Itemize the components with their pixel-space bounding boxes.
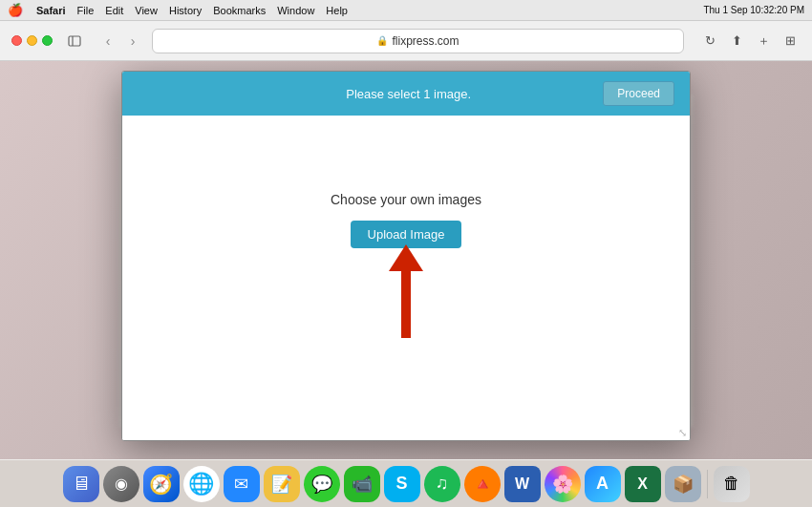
menu-bookmarks[interactable]: Bookmarks	[213, 5, 266, 16]
arrow-shaft	[401, 271, 411, 338]
dock-item-finder[interactable]: 🖥	[63, 466, 99, 502]
browser-right-controls: ↻ ⬆ ＋ ⊞	[699, 31, 801, 52]
menu-history[interactable]: History	[169, 5, 202, 16]
modal-header: Please select 1 image. Proceed	[122, 72, 690, 116]
main-content: Please select 1 image. Proceed Choose yo…	[0, 61, 812, 459]
minimize-button[interactable]	[27, 35, 37, 46]
browser-chrome: ‹ › 🔒 flixpress.com ↻ ⬆ ＋ ⊞	[0, 21, 812, 61]
dock-item-appstore[interactable]: A	[585, 466, 621, 502]
menu-edit[interactable]: Edit	[105, 5, 123, 16]
dock-item-trash[interactable]: 🗑	[714, 466, 750, 502]
show-tabs-button[interactable]: ⊞	[780, 31, 801, 52]
url-text: flixpress.com	[392, 34, 459, 48]
arrow-head	[389, 244, 423, 271]
dock-item-photos[interactable]: 🌸	[545, 466, 581, 502]
dock-item-excel[interactable]: X	[625, 466, 661, 502]
dock-item-vlc[interactable]: 🔺	[464, 466, 501, 502]
dock: 🖥 ◉ 🧭 🌐 ✉ 📝 💬 📹 S ♫ 🔺 W 🌸 A X 📦 🗑	[0, 459, 812, 507]
sidebar-toggle-button[interactable]	[64, 31, 85, 52]
forward-button[interactable]: ›	[121, 30, 144, 53]
menu-file[interactable]: File	[77, 5, 95, 16]
dock-separator	[707, 470, 708, 498]
dock-item-spotify[interactable]: ♫	[424, 466, 460, 502]
modal-body: Choose your own images Upload Image ⤡	[122, 116, 690, 440]
lock-icon: 🔒	[376, 35, 388, 46]
dock-item-facetime[interactable]: 📹	[344, 466, 380, 502]
new-tab-button[interactable]: ＋	[753, 31, 774, 52]
back-button[interactable]: ‹	[96, 30, 119, 53]
menubar-right: Thu 1 Sep 10:32:20 PM	[703, 5, 804, 15]
menu-help[interactable]: Help	[326, 5, 348, 16]
apple-menu[interactable]: 🍎	[8, 3, 23, 17]
share-button[interactable]: ⬆	[726, 31, 747, 52]
dock-item-skype[interactable]: S	[384, 466, 420, 502]
maximize-button[interactable]	[42, 35, 53, 46]
proceed-button[interactable]: Proceed	[603, 81, 674, 106]
close-button[interactable]	[11, 35, 22, 46]
menu-bar: 🍎 Safari File Edit View History Bookmark…	[0, 0, 812, 21]
menu-safari[interactable]: Safari	[36, 5, 66, 16]
menubar-datetime: Thu 1 Sep 10:32:20 PM	[703, 5, 804, 15]
traffic-lights	[11, 35, 53, 46]
menu-window[interactable]: Window	[277, 5, 314, 16]
nav-buttons: ‹ ›	[96, 30, 144, 53]
modal-title: Please select 1 image.	[214, 87, 603, 101]
modal-overlay: Please select 1 image. Proceed Choose yo…	[0, 61, 812, 459]
dock-item-chrome[interactable]: 🌐	[183, 466, 220, 502]
svg-rect-0	[69, 36, 80, 46]
choose-label: Choose your own images	[331, 192, 481, 207]
dock-item-notes[interactable]: 📝	[264, 466, 300, 502]
modal-dialog: Please select 1 image. Proceed Choose yo…	[121, 71, 691, 441]
menu-items: Safari File Edit View History Bookmarks …	[36, 5, 348, 16]
menu-view[interactable]: View	[135, 5, 158, 16]
address-bar[interactable]: 🔒 flixpress.com	[152, 29, 684, 53]
resize-handle[interactable]: ⤡	[674, 425, 690, 440]
dock-item-generic1[interactable]: 📦	[665, 466, 701, 502]
dock-item-mail[interactable]: ✉	[224, 466, 260, 502]
reload-button[interactable]: ↻	[699, 31, 720, 52]
dock-item-safari[interactable]: 🧭	[143, 466, 180, 502]
dock-item-siri[interactable]: ◉	[103, 466, 139, 502]
dock-item-word[interactable]: W	[504, 466, 541, 502]
dock-item-messages[interactable]: 💬	[304, 466, 340, 502]
red-arrow	[389, 244, 423, 338]
